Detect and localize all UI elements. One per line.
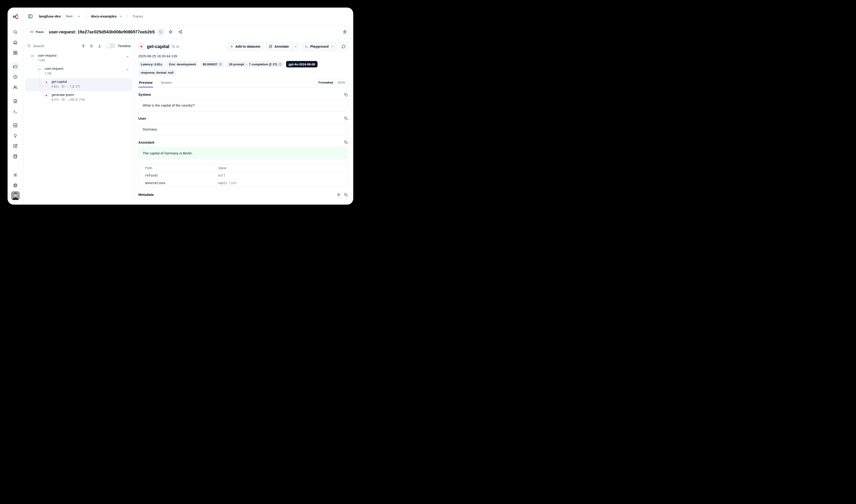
- tree-row-span[interactable]: user-request 7.29s: [25, 65, 132, 78]
- breadcrumb-page[interactable]: Traces: [132, 14, 143, 18]
- home-icon[interactable]: [11, 38, 20, 47]
- tree-connector: [39, 95, 43, 95]
- search-nav-icon[interactable]: [11, 28, 20, 36]
- table-header-path: Path: [139, 164, 214, 172]
- tree-row-texts: get-capital 0.81s 20 → 7 (Σ 27): [52, 79, 80, 88]
- tree-row-texts: generate-poem 6.47s 30 → 245 (Σ 275): [52, 93, 85, 101]
- tree-settings-sliders-icon[interactable]: [88, 42, 95, 49]
- env-badge: Env: development: [166, 61, 198, 68]
- model-badge[interactable]: gpt-4o-2024-08-06: [286, 61, 318, 68]
- annotate-dropdown-button[interactable]: [292, 42, 299, 51]
- sessions-clock-icon[interactable]: [11, 73, 20, 81]
- tree-row-label: get-capital: [52, 79, 80, 84]
- copy-icon[interactable]: [344, 193, 348, 197]
- format-toggle-formatted[interactable]: Formatted: [316, 80, 335, 85]
- delete-trace-button[interactable]: [341, 28, 349, 36]
- nav-rail-bottom: [11, 171, 20, 200]
- system-message-box: What is the capital of the country?: [138, 100, 348, 111]
- content-row: Timeline user-request 7.29s: [23, 39, 353, 204]
- trace-icon: [30, 53, 35, 58]
- expand-move-icon[interactable]: [337, 193, 341, 197]
- tab-scores[interactable]: Scores: [160, 79, 173, 87]
- tree-row-label: generate-poem: [52, 93, 85, 97]
- scores-chart-icon[interactable]: [11, 121, 20, 129]
- span-icon: [37, 67, 42, 72]
- copy-icon[interactable]: [344, 93, 348, 97]
- tree-search-input[interactable]: [33, 44, 79, 48]
- metadata-section-header: Metadata: [138, 193, 348, 197]
- generation-sparkle-icon: [138, 43, 144, 50]
- evaluation-bulb-icon[interactable]: [11, 131, 20, 140]
- sidebar-toggle-icon[interactable]: [28, 14, 33, 19]
- table-row: refusal null: [139, 172, 348, 179]
- settings-gear-icon[interactable]: [11, 171, 20, 179]
- breadcrumb-separator: /: [127, 14, 128, 19]
- playground-button[interactable]: Playground: [301, 42, 337, 51]
- tree-row-generation[interactable]: generate-poem 6.47s 30 → 245 (Σ 275): [25, 91, 132, 105]
- info-icon[interactable]: [219, 62, 222, 66]
- copy-id-button[interactable]: ID: [172, 45, 179, 48]
- chevron-down-icon[interactable]: [126, 55, 129, 58]
- langfuse-logo-icon[interactable]: [12, 13, 19, 20]
- tree-connector: [39, 72, 40, 95]
- screen-background: langfuse-dev Team / docs-examples / Trac…: [0, 0, 361, 212]
- info-icon[interactable]: [279, 62, 282, 66]
- detail-actions: Add to datasets Annotate: [227, 42, 348, 51]
- project-name[interactable]: docs-examples: [91, 14, 117, 18]
- tree-row-texts: user-request 7.29s: [44, 67, 63, 75]
- annotation-pen-icon[interactable]: [11, 142, 20, 150]
- comment-button[interactable]: [339, 42, 348, 51]
- copy-icon[interactable]: [344, 116, 348, 120]
- observation-timestamp: 2025-08-25 16:33:44.139: [138, 54, 348, 58]
- tag-icon[interactable]: [157, 29, 164, 35]
- trash-icon: [343, 30, 347, 34]
- breadcrumb: langfuse-dev Team / docs-examples / Trac…: [23, 7, 353, 25]
- timeline-toggle[interactable]: [106, 43, 115, 48]
- chevron-down-icon[interactable]: [126, 68, 129, 72]
- trace-type-label: Trace: [35, 30, 43, 34]
- breadcrumb-separator: /: [85, 14, 86, 19]
- org-chevron-down-icon[interactable]: [77, 15, 81, 18]
- tab-preview[interactable]: Preview: [138, 79, 153, 87]
- tree-row-generation-selected[interactable]: get-capital 0.81s 20 → 7 (Σ 27): [25, 78, 132, 91]
- star-icon[interactable]: [167, 29, 174, 35]
- table-cell-value: empty list: [214, 179, 348, 187]
- search-icon: [27, 44, 31, 48]
- copy-icon[interactable]: [344, 140, 348, 144]
- latency-badge: Latency: 0.81s: [138, 61, 165, 68]
- format-toggle: Formatted JSON: [316, 79, 348, 86]
- detail-scroll-area[interactable]: System What is the capital of the countr…: [138, 87, 348, 204]
- share-icon[interactable]: [177, 29, 184, 35]
- app-window: langfuse-dev Team / docs-examples / Trac…: [7, 7, 353, 204]
- format-toggle-json[interactable]: JSON: [335, 80, 347, 85]
- pen-icon: [269, 44, 272, 48]
- section-header-user: User: [138, 116, 348, 121]
- playground-terminal-icon[interactable]: [11, 107, 20, 115]
- observation-badges: Latency: 0.81s Env: development $0.00002…: [138, 61, 348, 68]
- tree-row-duration: 7.29s: [38, 58, 45, 62]
- add-to-datasets-button[interactable]: Add to datasets: [227, 42, 264, 51]
- prompts-file-icon[interactable]: [11, 97, 20, 105]
- collapse-observations-icon[interactable]: [80, 42, 87, 49]
- table-row: annotations empty list: [139, 179, 348, 187]
- tracing-icon[interactable]: [11, 62, 20, 71]
- support-lifebuoy-icon[interactable]: [11, 181, 20, 190]
- org-name[interactable]: langfuse-dev: [39, 14, 61, 18]
- table-cell-value: null: [214, 172, 348, 179]
- tree-row-trace[interactable]: user-request 7.29s: [25, 52, 132, 65]
- tokens-badge: 20 prompt → 7 completion (Σ 27): [227, 61, 284, 68]
- trace-tree: user-request 7.29s user-request 7.29s: [23, 50, 135, 204]
- observation-badges-row2: response_format: null: [138, 69, 348, 76]
- tree-row-tokens: 30 → 245 (Σ 275): [61, 98, 85, 101]
- datasets-database-icon[interactable]: [11, 152, 20, 160]
- dashboards-icon[interactable]: [11, 49, 20, 57]
- cost-badge: $0.000027: [200, 61, 225, 68]
- annotate-button[interactable]: Annotate: [266, 42, 292, 51]
- users-icon[interactable]: [11, 83, 20, 91]
- output-path-table: Path Value refusal null annotations empt…: [138, 164, 348, 187]
- download-icon[interactable]: [96, 42, 103, 49]
- user-avatar[interactable]: [11, 191, 20, 200]
- project-chevron-down-icon[interactable]: [119, 15, 123, 18]
- chevron-down-icon: [294, 45, 297, 48]
- id-label: ID: [176, 45, 179, 48]
